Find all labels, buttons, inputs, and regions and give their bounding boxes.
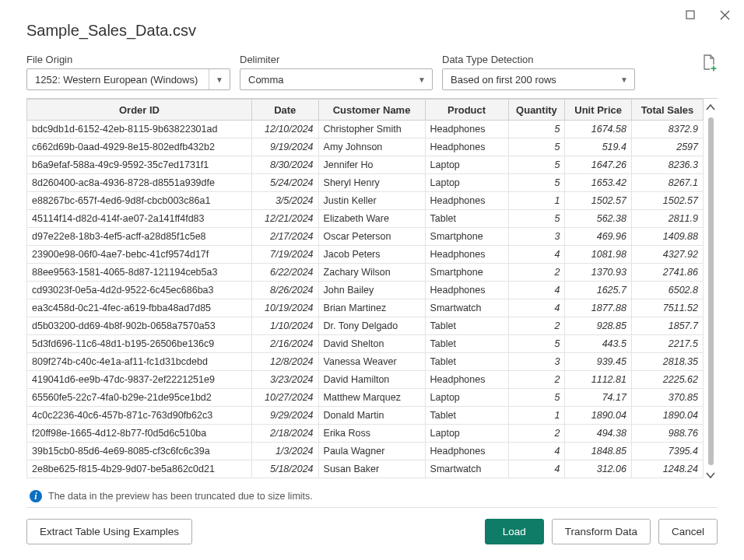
cell-price: 494.38 (565, 425, 632, 443)
table-row[interactable]: 5d3fd696-11c6-48d1-b195-26506be136c92/16… (27, 335, 704, 353)
table-row[interactable]: ea3c458d-0c21-4fec-a619-fbba48ad7d8510/1… (27, 299, 704, 317)
file-origin-group: File Origin 1252: Western European (Wind… (26, 54, 230, 90)
cell-date: 2/16/2024 (251, 335, 318, 353)
delimiter-group: Delimiter Comma ▼ (240, 54, 433, 90)
cell-price: 312.06 (565, 460, 632, 478)
cell-product: Tablet (425, 210, 508, 228)
cell-product: Headphones (425, 282, 508, 299)
info-text: The data in the preview has been truncat… (48, 491, 313, 502)
file-origin-dropdown[interactable]: 1252: Western European (Windows) ▼ (26, 68, 230, 90)
cell-qty: 5 (508, 174, 565, 192)
table-row[interactable]: 2e8be625-f815-4b29-9d07-be5a862c0d215/18… (27, 460, 704, 478)
cell-order_id: 809f274b-c40c-4e1a-af11-fc1d31bcdebd (27, 353, 252, 371)
chevron-down-icon: ▼ (620, 75, 628, 84)
col-header-quantity[interactable]: Quantity (508, 100, 565, 121)
cell-customer: David Shelton (318, 335, 425, 353)
scroll-down-arrow-icon[interactable] (704, 468, 717, 482)
cell-order_id: 88ee9563-1581-4065-8d87-121194ceb5a3 (27, 264, 252, 282)
cell-qty: 2 (508, 317, 565, 335)
col-header-total-sales[interactable]: Total Sales (631, 100, 703, 121)
cell-order_id: 419041d6-ee9b-47dc-9837-2ef2221251e9 (27, 371, 252, 389)
data-type-detection-group: Data Type Detection Based on first 200 r… (442, 54, 635, 90)
cell-qty: 3 (508, 228, 565, 246)
col-header-date[interactable]: Date (251, 100, 318, 121)
cell-date: 10/27/2024 (251, 389, 318, 407)
cell-qty: 5 (508, 389, 565, 407)
cell-total: 1248.24 (631, 460, 703, 478)
table-row[interactable]: 45114f14-d82d-414f-ae07-2a141ff4fd8312/2… (27, 210, 704, 228)
cell-total: 2597 (631, 138, 703, 156)
table-row[interactable]: cd93023f-0e5a-4d2d-9522-6c45ec686ba38/26… (27, 282, 704, 299)
scroll-thumb[interactable] (708, 117, 714, 465)
table-row[interactable]: 65560fe5-22c7-4fa0-b29e-21de95ce1bd210/2… (27, 389, 704, 407)
table-row[interactable]: 8d260400-ac8a-4936-8728-d8551a939dfe5/24… (27, 174, 704, 192)
maximize-button[interactable] (680, 5, 700, 25)
cell-customer: Jennifer Ho (318, 156, 425, 174)
cell-customer: John Bailey (318, 282, 425, 299)
cell-order_id: 5d3fd696-11c6-48d1-b195-26506be136c9 (27, 335, 252, 353)
cell-customer: Brian Martinez (318, 299, 425, 317)
table-row[interactable]: c662d69b-0aad-4929-8e15-802edfb432b29/19… (27, 138, 704, 156)
close-button[interactable] (714, 5, 735, 25)
info-icon: i (30, 490, 42, 502)
cell-order_id: b6a9efaf-588a-49c9-9592-35c7ed1731f1 (27, 156, 252, 174)
cell-total: 1502.57 (631, 192, 703, 210)
cell-customer: Dr. Tony Delgado (318, 317, 425, 335)
cell-product: Headphones (425, 121, 508, 138)
table-row[interactable]: 809f274b-c40c-4e1a-af11-fc1d31bcdebd12/8… (27, 353, 704, 371)
preview-table-area: Order ID Date Customer Name Product Quan… (26, 98, 718, 484)
table-row[interactable]: bdc9db1d-6152-42eb-8115-9b63822301ad12/1… (27, 121, 704, 138)
table-row[interactable]: d97e22e8-18b3-4ef5-acff-a28d85f1c5e82/17… (27, 228, 704, 246)
cell-price: 1625.7 (565, 282, 632, 299)
file-origin-label: File Origin (26, 54, 230, 65)
table-row[interactable]: d5b03200-dd69-4b8f-902b-0658a7570a531/10… (27, 317, 704, 335)
cell-price: 1653.42 (565, 174, 632, 192)
scroll-track[interactable] (708, 117, 714, 465)
col-header-unit-price[interactable]: Unit Price (565, 100, 632, 121)
cell-total: 370.85 (631, 389, 703, 407)
cell-order_id: bdc9db1d-6152-42eb-8115-9b63822301ad (27, 121, 252, 138)
table-row[interactable]: 419041d6-ee9b-47dc-9837-2ef2221251e93/23… (27, 371, 704, 389)
extract-table-button[interactable]: Extract Table Using Examples (26, 519, 192, 544)
cell-total: 8267.1 (631, 174, 703, 192)
scroll-up-arrow-icon[interactable] (704, 100, 717, 114)
cell-date: 9/19/2024 (251, 138, 318, 156)
cell-product: Tablet (425, 317, 508, 335)
cell-customer: Elizabeth Ware (318, 210, 425, 228)
col-header-order-id[interactable]: Order ID (27, 100, 252, 121)
transform-data-button[interactable]: Transform Data (552, 519, 651, 544)
table-row[interactable]: 88ee9563-1581-4065-8d87-121194ceb5a36/22… (27, 264, 704, 282)
load-button[interactable]: Load (485, 519, 544, 544)
col-header-customer[interactable]: Customer Name (318, 100, 425, 121)
cell-price: 469.96 (565, 228, 632, 246)
table-row[interactable]: 4c0c2236-40c6-457b-871c-763d90fb62c39/29… (27, 407, 704, 425)
cell-order_id: 45114f14-d82d-414f-ae07-2a141ff4fd83 (27, 210, 252, 228)
cell-price: 939.45 (565, 353, 632, 371)
cell-qty: 4 (508, 246, 565, 264)
chevron-down-icon: ▼ (418, 75, 426, 84)
cell-qty: 4 (508, 282, 565, 299)
cell-total: 2225.62 (631, 371, 703, 389)
cell-customer: Donald Martin (318, 407, 425, 425)
cell-customer: Amy Johnson (318, 138, 425, 156)
delimiter-dropdown[interactable]: Comma ▼ (240, 68, 433, 90)
cell-product: Headphones (425, 246, 508, 264)
cell-qty: 5 (508, 121, 565, 138)
cell-order_id: e88267bc-657f-4ed6-9d8f-cbcb003c86a1 (27, 192, 252, 210)
cell-price: 1112.81 (565, 371, 632, 389)
data-type-detection-dropdown[interactable]: Based on first 200 rows ▼ (442, 68, 635, 90)
table-row[interactable]: 23900e98-06f0-4ae7-bebc-41cf9574d17f7/19… (27, 246, 704, 264)
cell-order_id: 4c0c2236-40c6-457b-871c-763d90fb62c3 (27, 407, 252, 425)
cancel-button[interactable]: Cancel (658, 519, 718, 544)
cell-order_id: 23900e98-06f0-4ae7-bebc-41cf9574d17f (27, 246, 252, 264)
table-row[interactable]: b6a9efaf-588a-49c9-9592-35c7ed1731f18/30… (27, 156, 704, 174)
table-row[interactable]: 39b15cb0-85d6-4e69-8085-cf3c6fc6c39a1/3/… (27, 443, 704, 460)
cell-customer: Paula Wagner (318, 443, 425, 460)
table-row[interactable]: e88267bc-657f-4ed6-9d8f-cbcb003c86a13/5/… (27, 192, 704, 210)
cell-total: 1857.7 (631, 317, 703, 335)
col-header-product[interactable]: Product (425, 100, 508, 121)
table-row[interactable]: f20ff98e-1665-4d12-8b77-f0d5d6c510ba2/18… (27, 425, 704, 443)
add-document-icon[interactable] (702, 54, 718, 72)
cell-customer: Vanessa Weaver (318, 353, 425, 371)
vertical-scrollbar[interactable] (704, 99, 718, 484)
